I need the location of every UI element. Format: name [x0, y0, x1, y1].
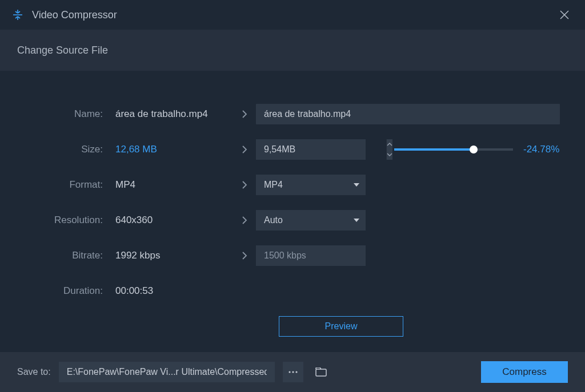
source-resolution-value: 640x360: [113, 215, 233, 226]
source-name-value: área de trabalho.mp4: [113, 108, 233, 120]
compress-icon: [11, 9, 24, 21]
chevron-down-icon: [353, 218, 360, 223]
window-title: Video Compressor: [32, 9, 555, 21]
size-up-button[interactable]: [387, 139, 392, 149]
footer: Save to: Compress: [0, 352, 585, 392]
row-format: Format: MP4 MP4: [17, 175, 568, 195]
svg-marker-9: [354, 183, 359, 187]
preview-button-label: Preview: [325, 321, 358, 332]
size-down-button[interactable]: [387, 149, 392, 160]
compress-button-label: Compress: [502, 366, 546, 378]
arrow-icon: [233, 110, 256, 119]
svg-marker-10: [354, 219, 359, 222]
path-more-button[interactable]: [283, 362, 303, 382]
label-duration: Duration:: [17, 285, 113, 297]
open-folder-button[interactable]: [311, 362, 332, 382]
size-percent-value: -24.78%: [523, 144, 563, 155]
arrow-icon: [233, 216, 256, 225]
size-slider[interactable]: [394, 148, 513, 151]
row-duration: Duration: 00:00:53: [17, 281, 568, 301]
format-select[interactable]: MP4: [256, 175, 366, 195]
close-icon: [559, 10, 570, 20]
label-name: Name:: [17, 108, 113, 120]
titlebar: Video Compressor: [0, 0, 585, 30]
subheader: Change Source File: [0, 30, 585, 71]
source-bitrate-value: 1992 kbps: [113, 250, 233, 261]
chevron-down-icon: [353, 183, 360, 187]
folder-icon: [315, 367, 328, 377]
row-bitrate: Bitrate: 1992 kbps: [17, 245, 568, 266]
save-to-label: Save to:: [17, 367, 51, 377]
slider-thumb[interactable]: [470, 146, 478, 153]
svg-rect-14: [316, 369, 326, 376]
source-size-value: 12,68 MB: [113, 144, 233, 155]
svg-point-12: [292, 371, 294, 373]
source-format-value: MP4: [113, 179, 233, 191]
main-panel: Name: área de trabalho.mp4 Size: 12,68 M…: [0, 71, 585, 359]
svg-point-13: [295, 371, 297, 373]
save-path-input[interactable]: [59, 362, 275, 382]
row-resolution: Resolution: 640x360 Auto: [17, 210, 568, 231]
label-format: Format:: [17, 179, 113, 191]
label-bitrate: Bitrate:: [17, 250, 113, 261]
target-size-spinner[interactable]: [256, 139, 366, 160]
preview-button[interactable]: Preview: [279, 316, 403, 337]
arrow-icon: [233, 180, 256, 189]
close-button[interactable]: [555, 6, 574, 24]
label-resolution: Resolution:: [17, 215, 113, 226]
row-size: Size: 12,68 MB: [17, 139, 568, 160]
chevron-up-icon: [387, 143, 392, 146]
arrow-icon: [233, 251, 256, 260]
ellipsis-icon: [289, 371, 298, 373]
target-size-input[interactable]: [256, 139, 386, 160]
compress-button[interactable]: Compress: [481, 361, 568, 383]
source-duration-value: 00:00:53: [113, 285, 233, 297]
label-size: Size:: [17, 144, 113, 155]
resolution-select-value: Auto: [264, 215, 283, 225]
arrow-icon: [233, 145, 256, 154]
target-name-input[interactable]: [256, 104, 560, 124]
chevron-down-icon: [387, 153, 392, 156]
format-select-value: MP4: [264, 180, 283, 190]
change-source-file-link[interactable]: Change Source File: [17, 45, 108, 56]
svg-point-11: [289, 371, 290, 373]
resolution-select[interactable]: Auto: [256, 210, 366, 231]
target-bitrate-input[interactable]: [256, 245, 366, 266]
row-name: Name: área de trabalho.mp4: [17, 104, 568, 124]
slider-fill: [394, 148, 474, 151]
